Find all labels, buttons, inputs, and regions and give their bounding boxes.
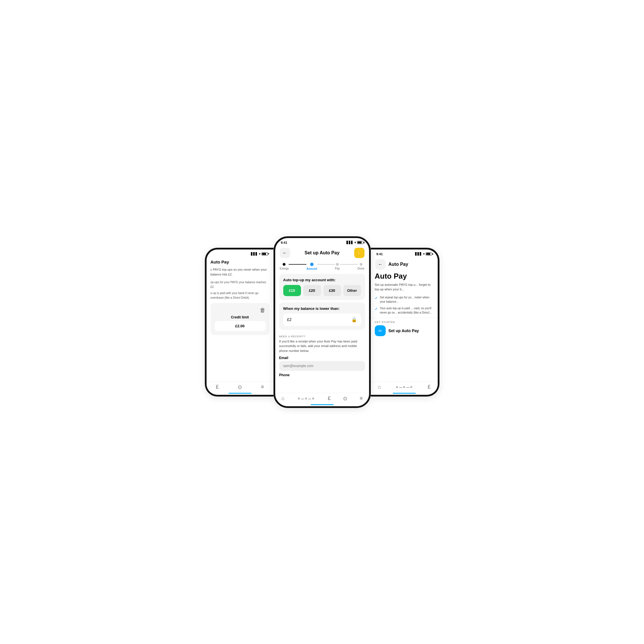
lightning-button[interactable]: ⚡ [354,248,364,258]
check-item-2: ✓ Your auto top-up is paid ... card, so … [375,306,434,315]
left-phone: ▋▋▋ ▾ Auto Pay c PAYG top-ups so you nev… [205,248,274,397]
right-description: Set up automatic PAYG top-u... forget to… [371,282,438,292]
balance-value: £2 [287,317,292,322]
left-bottom-indicator [229,393,251,394]
right-back-arrow-icon: ← [378,262,383,267]
receipt-label: NEED A RECEIPT? [279,335,365,338]
credit-limit-title: Credit limit [215,315,265,319]
checklist: ✓ Set repeat top-ups for yo... meter whe… [371,295,438,315]
nav-billing[interactable]: £ [216,384,219,391]
nav-help[interactable]: ⊙ [238,384,242,391]
check-item-1: ✓ Set repeat top-ups for yo... meter whe… [375,295,434,304]
infinity-icon: ∞ [375,325,386,336]
amount-options: £10 £20 £30 Other [283,285,361,296]
right-big-title: Auto Pay [371,272,438,281]
center-usage-icon: ⚬–⚬–⚬ [297,395,315,402]
setup-autopay-label: Set up Auto Pay [389,328,419,333]
battery-icon [261,252,268,255]
step-dot-done [360,263,362,266]
center-signal-icon: ▋▋▋ [346,241,353,244]
center-nav-home[interactable]: ⌂ [281,395,284,402]
right-home-icon: ⌂ [378,384,381,390]
center-nav-billing[interactable]: £ [328,395,331,402]
center-help-icon: ⊙ [343,395,347,402]
left-bottom-nav: £ ⊙ ≡ [207,381,274,395]
right-battery-icon [426,252,432,255]
amount-other-button[interactable]: Other [343,285,361,296]
lightning-icon: ⚡ [356,250,362,256]
amount-20-button[interactable]: £20 [303,285,321,296]
email-label: Email [279,356,365,360]
right-header-title: Auto Pay [389,262,408,267]
right-back-button[interactable]: ← [375,259,386,270]
step-line-3 [340,264,358,265]
center-nav-menu[interactable]: ≡ [360,395,363,402]
right-nav-home[interactable]: ⌂ [378,384,381,391]
back-button[interactable]: ← [280,248,290,258]
back-arrow-icon: ← [283,250,287,255]
left-desc2: op-ups for your PAYG your balance reache… [211,280,270,289]
trash-icon[interactable]: 🗑 [260,307,265,314]
step-amount: Amount [306,263,317,270]
phone-label: Phone [279,373,365,377]
step-done: Done [358,263,364,270]
step-label-pay: Pay [335,267,340,270]
right-billing-icon: £ [428,384,431,390]
nav-menu[interactable]: ≡ [261,384,264,391]
check-text-1: Set repeat top-ups for yo... meter when … [380,295,434,304]
right-signal-icon: ▋▋▋ [415,252,422,255]
center-menu-icon: ≡ [360,395,363,401]
right-phone: 9:41 ▋▋▋ ▾ ← Auto Pay Auto Pay Set up au… [371,248,439,397]
receipt-section: NEED A RECEIPT? If you'd like a receipt … [275,332,369,383]
step-label-done: Done [358,267,364,270]
step-dot-energy [283,263,286,266]
center-battery-icon [357,241,363,244]
right-status-bar: 9:41 ▋▋▋ ▾ [371,249,438,257]
right-bottom-nav: ⌂ ⚬–⚬–⚬ £ [371,381,438,395]
email-block: Email [279,356,365,371]
center-bottom-nav: ⌂ ⚬–⚬–⚬ £ ⊙ ≡ [275,393,369,406]
amount-30-button[interactable]: £30 [323,285,341,296]
check-text-2: Your auto top-up is paid ... card, so yo… [380,306,434,315]
step-energy: Energy [280,263,289,270]
get-started-label: GET STARTED [371,318,438,325]
email-input[interactable] [279,361,365,371]
center-bottom-indicator [311,404,334,405]
step-pay: Pay [335,263,340,270]
right-nav-usage[interactable]: ⚬–⚬–⚬ [395,384,413,391]
receipt-description: If you'd like a receipt when your Auto P… [279,339,365,353]
right-nav-billing[interactable]: £ [428,384,431,391]
right-time: 9:41 [377,252,383,256]
center-wifi-icon: ▾ [354,241,356,244]
step-dot-amount [310,263,314,266]
center-nav-help[interactable]: ⊙ [343,395,347,402]
progress-stepper: Energy Amount Pay Done [275,260,369,272]
step-line-2 [317,264,335,265]
center-app-header: ← Set up Auto Pay ⚡ [275,245,369,260]
credit-limit-card: 🗑 Credit limit £2.00 [211,303,270,335]
menu-icon: ≡ [261,384,264,390]
right-wifi-icon: ▾ [423,252,425,255]
step-label-amount: Amount [306,267,317,270]
amount-10-button[interactable]: £10 [283,285,301,296]
help-icon: ⊙ [238,384,242,390]
top-up-section: Auto top-up my account with: £10 £20 £30… [279,274,365,300]
left-desc3: o-up is paid with your bank ll never go … [211,291,270,300]
top-up-title: Auto top-up my account with: [283,278,361,282]
left-status-bar: ▋▋▋ ▾ [207,249,274,257]
center-nav-usage[interactable]: ⚬–⚬–⚬ [297,395,315,402]
step-line-1 [289,264,306,265]
right-bottom-indicator [393,393,416,394]
checkmark-1: ✓ [375,296,378,304]
balance-title: When my balance is lower than: [283,306,361,311]
wifi-icon: ▾ [259,252,260,255]
credit-amount: £2.00 [215,321,265,331]
setup-autopay-button[interactable]: ∞ Set up Auto Pay [371,325,438,336]
signal-icon: ▋▋▋ [251,252,258,255]
step-dot-pay [336,263,339,266]
lock-icon: 🔒 [351,317,357,322]
step-label-energy: Energy [280,267,289,270]
center-phone: 9:41 ▋▋▋ ▾ ← Set up Auto Pay ⚡ [274,236,371,408]
center-time: 9:41 [281,241,287,244]
center-billing-icon: £ [328,395,331,401]
